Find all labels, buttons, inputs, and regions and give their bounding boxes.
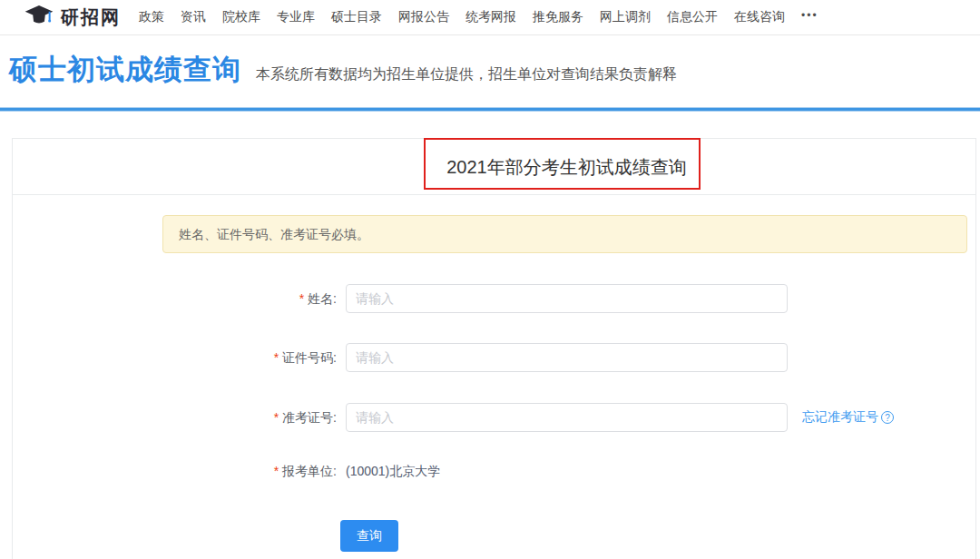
required-asterisk: * [274, 464, 279, 478]
page-heading: 硕士初试成绩查询 本系统所有数据均为招生单位提供，招生单位对查询结果负责解释 [9, 51, 677, 89]
ticket-number-label: *准考证号: [103, 403, 337, 432]
required-asterisk: * [274, 410, 279, 425]
help-circle-icon [881, 411, 894, 424]
id-number-input[interactable] [346, 343, 788, 372]
forgot-ticket-link[interactable]: 忘记准考证号 [802, 403, 894, 432]
site-logo[interactable]: 研招网 [24, 4, 121, 31]
name-input[interactable] [346, 284, 788, 313]
score-query-card: 2021年部分考生初试成绩查询 姓名、证件号码、准考证号必填。 *姓名: *证件… [12, 138, 976, 559]
nav-item-college-db[interactable]: 院校库 [222, 9, 260, 25]
id-number-label: *证件号码: [103, 343, 337, 372]
required-asterisk: * [299, 291, 304, 306]
graduation-cap-icon [24, 4, 54, 31]
nav-item-news[interactable]: 资讯 [181, 9, 206, 25]
institution-label: *报考单位: [103, 456, 337, 485]
blue-divider [0, 108, 980, 111]
required-asterisk: * [274, 350, 279, 365]
nav-item-major-db[interactable]: 专业库 [277, 9, 315, 25]
required-fields-notice: 姓名、证件号码、准考证号必填。 [162, 215, 967, 253]
nav-more-button[interactable]: ••• [801, 9, 818, 25]
card-title: 2021年部分考生初试成绩查询 [13, 139, 975, 195]
logo-text: 研招网 [61, 5, 121, 30]
institution-value: (10001)北京大学 [346, 456, 440, 485]
nav-item-unified-exam-report[interactable]: 统考网报 [466, 9, 516, 25]
nav-item-info-disclosure[interactable]: 信息公开 [667, 9, 718, 25]
main-nav: 政策 资讯 院校库 专业库 硕士目录 网报公告 统考网报 推免服务 网上调剂 信… [139, 9, 818, 25]
page-subtitle: 本系统所有数据均为招生单位提供，招生单位对查询结果负责解释 [256, 65, 677, 89]
forgot-ticket-link-label: 忘记准考证号 [802, 409, 878, 426]
name-label: *姓名: [103, 284, 337, 313]
nav-item-master-catalog[interactable]: 硕士目录 [331, 9, 382, 25]
nav-item-online-report-notice[interactable]: 网报公告 [398, 9, 449, 25]
top-nav: 研招网 政策 资讯 院校库 专业库 硕士目录 网报公告 统考网报 推免服务 网上… [0, 0, 980, 35]
nav-item-exempt-service[interactable]: 推免服务 [533, 9, 583, 25]
ticket-number-input[interactable] [346, 403, 788, 432]
nav-item-online-adjustment[interactable]: 网上调剂 [600, 9, 651, 25]
query-button[interactable]: 查询 [340, 520, 398, 552]
nav-item-online-consult[interactable]: 在线咨询 [734, 9, 785, 25]
page-title: 硕士初试成绩查询 [9, 51, 241, 89]
card-header: 2021年部分考生初试成绩查询 [13, 139, 975, 195]
nav-item-policy[interactable]: 政策 [139, 9, 164, 25]
